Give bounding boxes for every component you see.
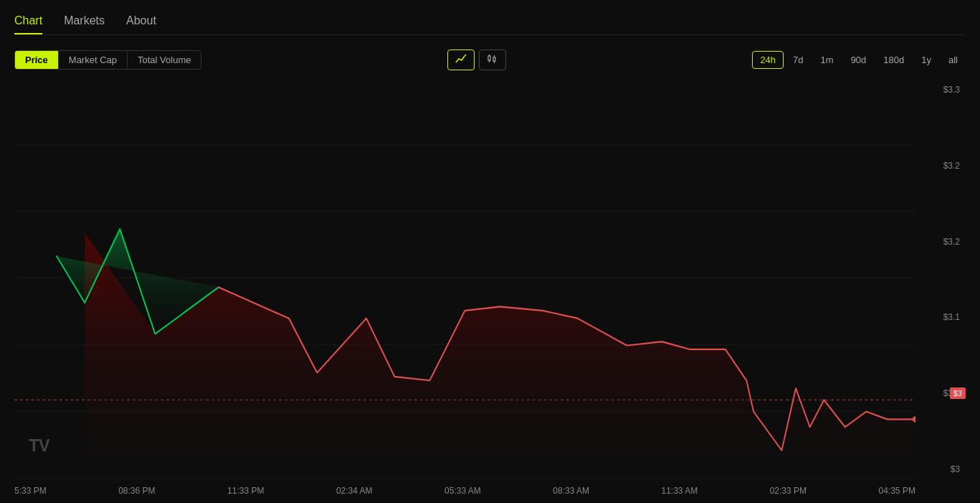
x-label-5: 05:33 AM	[444, 486, 481, 496]
y-label-3: $3.2	[915, 237, 966, 247]
y-label-5: $3.1 $3	[915, 388, 966, 398]
tab-bar: Chart Markets About	[14, 14, 966, 35]
x-label-1: 5:33 PM	[14, 486, 47, 496]
chart-type-group	[201, 50, 752, 70]
y-label-6: $3	[915, 464, 966, 474]
current-price-badge: $3	[950, 387, 966, 399]
y-label-1: $3.3	[915, 85, 966, 95]
time-all-button[interactable]: all	[941, 51, 966, 69]
controls-bar: Price Market Cap Total Volume	[14, 50, 966, 70]
tab-about[interactable]: About	[126, 14, 156, 34]
x-label-6: 08:33 AM	[553, 486, 589, 496]
x-label-3: 11:33 PM	[227, 486, 264, 496]
x-label-9: 04:35 PM	[879, 486, 915, 496]
main-container: Chart Markets About Price Market Cap Tot…	[0, 0, 980, 503]
x-label-4: 02:34 AM	[336, 486, 373, 496]
time-180d-button[interactable]: 180d	[875, 51, 912, 69]
watermark: TV	[29, 434, 65, 460]
tab-markets[interactable]: Markets	[64, 14, 105, 34]
tab-chart[interactable]: Chart	[14, 14, 42, 34]
metric-volume-button[interactable]: Total Volume	[128, 51, 201, 69]
y-label-2: $3.2	[915, 161, 966, 171]
x-label-7: 11:33 AM	[661, 486, 698, 496]
metric-price-button[interactable]: Price	[15, 51, 59, 69]
chart-svg-container: TV	[14, 77, 915, 481]
time-1y-button[interactable]: 1y	[913, 51, 939, 69]
chart-area: TV $3.3 $3.2 $3.2 $3.1 $3.1 $3 $3	[14, 77, 966, 481]
candlestick-chart-button[interactable]	[479, 50, 506, 70]
svg-line-0	[465, 55, 466, 56]
metric-button-group: Price Market Cap Total Volume	[14, 50, 201, 70]
x-label-2: 08:36 PM	[118, 486, 155, 496]
svg-rect-4	[493, 57, 495, 61]
svg-rect-1	[488, 56, 490, 60]
x-label-8: 02:33 PM	[770, 486, 807, 496]
y-label-4: $3.1	[915, 312, 966, 322]
x-axis: 5:33 PM 08:36 PM 11:33 PM 02:34 AM 05:33…	[14, 481, 915, 496]
svg-text:TV: TV	[29, 436, 50, 455]
time-7d-button[interactable]: 7d	[785, 51, 811, 69]
time-1m-button[interactable]: 1m	[813, 51, 842, 69]
time-90d-button[interactable]: 90d	[843, 51, 875, 69]
line-chart-button[interactable]	[447, 50, 475, 70]
y-axis: $3.3 $3.2 $3.2 $3.1 $3.1 $3 $3	[915, 77, 966, 481]
time-24h-button[interactable]: 24h	[752, 51, 784, 69]
price-chart	[14, 77, 915, 481]
time-button-group: 24h 7d 1m 90d 180d 1y all	[752, 51, 966, 69]
svg-marker-16	[14, 233, 915, 481]
metric-marketcap-button[interactable]: Market Cap	[59, 51, 128, 69]
